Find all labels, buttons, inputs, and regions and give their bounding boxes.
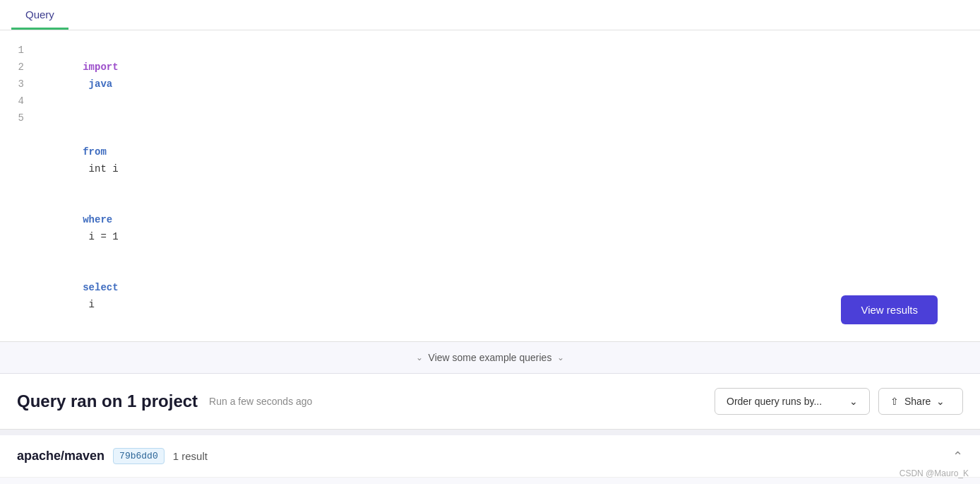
code-line-5: select i (35, 262, 969, 330)
example-queries-bar[interactable]: ⌄ View some example queries ⌄ (0, 342, 980, 374)
collapse-button[interactable]: ⌃ (952, 449, 963, 464)
share-label: Share (904, 396, 931, 407)
code-line-3: from int i (35, 126, 969, 194)
code-line-1: import java (35, 42, 969, 110)
code-where-value: i = 1 (83, 231, 118, 242)
tab-query-label: Query (25, 8, 54, 20)
share-dropdown[interactable]: ⇧ Share ⌄ (878, 388, 963, 415)
results-section: apache/maven 79b6dd0 1 result ⌃ i 1 1 (0, 435, 980, 484)
editor-container: 1 2 3 4 5 import java from int i where i… (0, 30, 980, 342)
query-ran-section: Query ran on 1 project Run a few seconds… (0, 374, 980, 430)
order-dropdown[interactable]: Order query runs by... ⌄ (715, 388, 870, 415)
query-ran-actions: Order query runs by... ⌄ ⇧ Share ⌄ (715, 388, 963, 415)
code-select-value: i (83, 299, 95, 310)
code-line-4: where i = 1 (35, 194, 969, 262)
example-queries-label: View some example queries (429, 352, 552, 363)
keyword-import: import (83, 61, 118, 73)
code-lines: import java from int i where i = 1 selec… (35, 42, 980, 330)
results-table: i 1 1 (0, 478, 980, 484)
result-count: 1 result (173, 450, 208, 462)
order-dropdown-label: Order query runs by... (727, 396, 822, 407)
code-from-value: int i (83, 163, 118, 175)
chevron-left-icon: ⌄ (416, 353, 423, 362)
share-icon: ⇧ (890, 396, 899, 407)
tab-query[interactable]: Query (11, 0, 68, 30)
chevron-right-icon: ⌄ (557, 353, 564, 362)
line-numbers: 1 2 3 4 5 (0, 42, 35, 330)
query-ran-title: Query ran on 1 project (17, 391, 198, 411)
keyword-where: where (83, 214, 112, 225)
tab-bar: Query (0, 0, 980, 30)
keyword-from: from (83, 146, 107, 158)
view-results-label: View results (861, 304, 918, 316)
watermark-text: CSDN @Mauro_K (900, 468, 969, 478)
code-line-2 (35, 110, 969, 126)
code-area[interactable]: 1 2 3 4 5 import java from int i where i… (0, 30, 980, 341)
results-header: apache/maven 79b6dd0 1 result ⌃ (0, 435, 980, 478)
repo-name: apache/maven (17, 449, 104, 464)
chevron-down-icon: ⌄ (849, 396, 858, 407)
view-results-button[interactable]: View results (841, 295, 938, 324)
chevron-down-icon-share: ⌄ (936, 396, 945, 407)
table-header: i (0, 478, 980, 484)
watermark: CSDN @Mauro_K (900, 468, 969, 478)
commit-badge: 79b6dd0 (113, 448, 165, 464)
keyword-select: select (83, 282, 118, 293)
keyword-java: java (83, 78, 112, 90)
query-ran-time: Run a few seconds ago (209, 396, 312, 407)
